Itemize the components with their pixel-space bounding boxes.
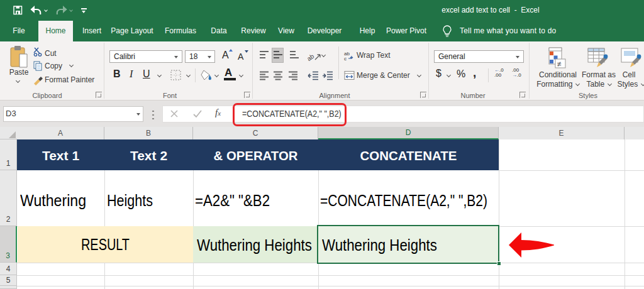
svg-text:≠: ≠ xyxy=(557,60,562,68)
svg-text:ab: ab xyxy=(308,53,316,62)
svg-text:c: c xyxy=(344,56,347,61)
